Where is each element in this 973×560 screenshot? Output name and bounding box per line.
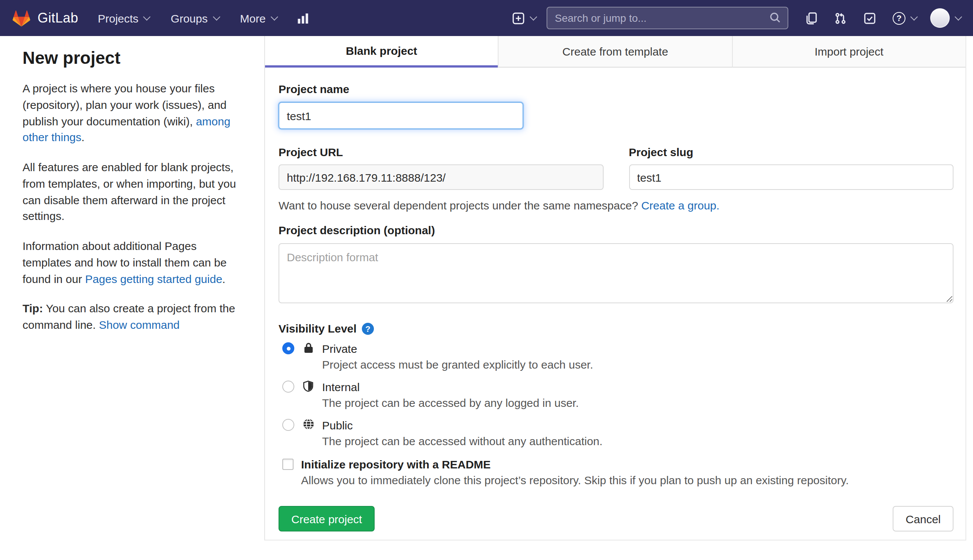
visibility-option-public[interactable]: Public The project can be accessed witho… — [278, 417, 953, 449]
visibility-level-row: Visibility Level — [278, 322, 953, 335]
visibility-level-label: Visibility Level — [278, 322, 357, 335]
tab-create-from-template[interactable]: Create from template — [498, 36, 732, 68]
project-description-label: Project description (optional) — [278, 224, 953, 237]
namespace-hint: Want to house several dependent projects… — [278, 199, 953, 212]
hint-text: Want to house several dependent projects… — [278, 199, 641, 212]
project-type-tabs: Blank project Create from template Impor… — [265, 36, 965, 68]
visibility-option-text: Private Project access must be granted e… — [322, 341, 593, 372]
issues-icon[interactable] — [805, 12, 818, 24]
avatar — [930, 8, 950, 28]
public-option-description: The project can be accessed without any … — [322, 433, 603, 449]
paragraph-text: . — [82, 131, 85, 144]
page-body: New project A project is where you house… — [0, 36, 973, 540]
create-a-group-link[interactable]: Create a group. — [641, 199, 719, 212]
visibility-option-internal[interactable]: Internal The project can be accessed by … — [278, 379, 953, 411]
help-menu-button[interactable] — [893, 12, 917, 24]
project-url-input[interactable] — [278, 164, 603, 190]
project-description-textarea[interactable] — [278, 243, 953, 303]
description-sidebar: New project A project is where you house… — [0, 36, 264, 347]
nav-projects[interactable]: Projects — [98, 12, 149, 24]
visibility-option-text: Internal The project can be accessed by … — [322, 379, 579, 411]
project-slug-label: Project slug — [629, 146, 953, 158]
create-project-button[interactable]: Create project — [278, 506, 375, 532]
chevron-down-icon — [212, 13, 220, 20]
nav-more[interactable]: More — [240, 12, 277, 24]
top-navbar: GitLab Projects Groups More — [0, 0, 973, 36]
merge-requests-icon[interactable] — [834, 12, 847, 24]
show-command-link[interactable]: Show command — [99, 318, 180, 331]
project-url-label: Project URL — [278, 146, 603, 158]
sidebar-paragraph-2: All features are enabled for blank proje… — [23, 159, 245, 225]
public-radio[interactable] — [282, 419, 294, 431]
search-box[interactable] — [546, 7, 788, 29]
readme-text: Initialize repository with a README Allo… — [301, 457, 849, 488]
chevron-down-icon — [910, 13, 918, 20]
project-slug-input[interactable] — [629, 164, 953, 190]
user-menu-button[interactable] — [930, 8, 961, 28]
tab-import-project[interactable]: Import project — [731, 36, 965, 68]
todos-icon[interactable] — [863, 12, 876, 24]
initialize-readme-label[interactable]: Initialize repository with a README — [301, 457, 849, 472]
initialize-readme-checkbox[interactable] — [282, 459, 293, 470]
gitlab-home-link[interactable]: GitLab — [12, 8, 78, 27]
new-menu-button[interactable] — [512, 12, 536, 24]
charts-icon[interactable] — [297, 12, 309, 24]
navbar-left: GitLab Projects Groups More — [12, 8, 309, 27]
plus-square-icon — [512, 12, 525, 24]
internal-option-label[interactable]: Internal — [322, 379, 579, 395]
chevron-down-icon — [530, 13, 537, 20]
url-slug-row: Project URL Project slug — [278, 146, 953, 190]
sidebar-paragraph-1: A project is where you house your files … — [23, 80, 245, 146]
cancel-button[interactable]: Cancel — [893, 506, 953, 532]
sidebar-tip: Tip: You can also create a project from … — [23, 301, 245, 333]
project-name-label: Project name — [278, 83, 953, 95]
search-input[interactable] — [547, 8, 788, 28]
paragraph-text: . — [222, 272, 225, 285]
globe-icon — [303, 418, 316, 430]
search-icon — [770, 12, 781, 25]
main-menu: Projects Groups More — [98, 12, 277, 24]
internal-radio[interactable] — [282, 381, 294, 393]
brand-title: GitLab — [38, 10, 78, 26]
gitlab-new-project-page: GitLab Projects Groups More — [0, 0, 973, 560]
new-project-panel: Blank project Create from template Impor… — [264, 36, 966, 540]
initialize-readme-row[interactable]: Initialize repository with a README Allo… — [278, 457, 953, 488]
private-radio[interactable] — [282, 342, 294, 354]
sidebar-paragraph-3: Information about additional Pages templ… — [23, 238, 245, 287]
project-name-input[interactable] — [278, 102, 523, 129]
page-title: New project — [23, 48, 245, 68]
tab-blank-project[interactable]: Blank project — [265, 36, 498, 68]
initialize-readme-description: Allows you to immediately clone this pro… — [301, 472, 849, 488]
chevron-down-icon — [271, 13, 278, 20]
nav-groups-label: Groups — [171, 12, 208, 24]
private-option-description: Project access must be granted explicitl… — [322, 357, 593, 372]
new-project-form: Project name Project URL Project slug Wa… — [265, 68, 965, 544]
visibility-option-private[interactable]: Private Project access must be granted e… — [278, 341, 953, 372]
chevron-down-icon — [955, 13, 962, 20]
form-actions: Create project Cancel — [278, 506, 953, 544]
internal-option-description: The project can be accessed by any logge… — [322, 395, 579, 411]
public-option-label[interactable]: Public — [322, 417, 603, 433]
shield-icon — [303, 380, 316, 393]
navbar-right — [512, 7, 961, 29]
visibility-help-icon[interactable] — [362, 322, 374, 335]
pages-getting-started-guide-link[interactable]: Pages getting started guide — [85, 272, 222, 285]
chevron-down-icon — [143, 13, 151, 20]
nav-projects-label: Projects — [98, 12, 138, 24]
tip-label: Tip: — [23, 302, 43, 315]
project-slug-field: Project slug — [629, 146, 953, 190]
visibility-options: Private Project access must be granted e… — [278, 341, 953, 449]
nav-more-label: More — [240, 12, 265, 24]
lock-icon — [303, 342, 316, 354]
gitlab-tanuki-icon — [12, 8, 31, 27]
project-url-field: Project URL — [278, 146, 603, 190]
nav-groups[interactable]: Groups — [171, 12, 219, 24]
visibility-option-text: Public The project can be accessed witho… — [322, 417, 603, 449]
private-option-label[interactable]: Private — [322, 341, 593, 357]
help-icon — [893, 12, 905, 24]
